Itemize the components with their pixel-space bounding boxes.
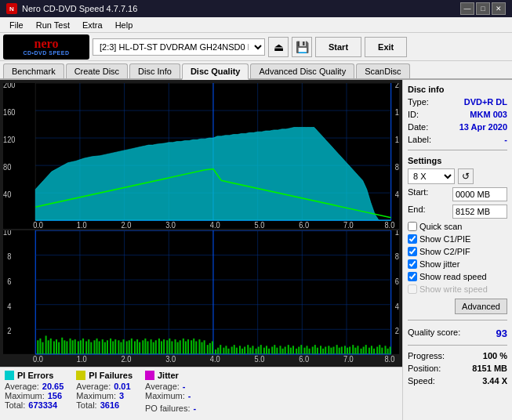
menu-file[interactable]: File xyxy=(3,19,30,31)
tab-benchmark[interactable]: Benchmark xyxy=(3,63,64,78)
pi-errors-label: PI Errors xyxy=(17,371,53,380)
svg-text:4.0: 4.0 xyxy=(210,221,220,230)
svg-rect-79 xyxy=(110,339,111,354)
pi-failures-legend: PI Failures xyxy=(76,371,133,380)
svg-text:6.0: 6.0 xyxy=(299,355,309,364)
tab-disc-quality[interactable]: Disc Quality xyxy=(182,63,249,80)
title-bar-title: Nero CD-DVD Speed 4.7.7.16 xyxy=(22,4,460,13)
disc-date-row: Date: 13 Apr 2020 xyxy=(408,122,507,132)
svg-rect-53 xyxy=(39,339,41,354)
show-c2pif-label: Show C2/PIF xyxy=(419,247,470,256)
svg-rect-86 xyxy=(129,341,130,355)
svg-rect-134 xyxy=(258,347,260,354)
svg-rect-87 xyxy=(131,339,133,354)
settings-refresh-button[interactable]: ↺ xyxy=(458,168,474,184)
svg-rect-180 xyxy=(381,348,383,354)
svg-text:4.0: 4.0 xyxy=(210,355,220,364)
app-icon: N xyxy=(6,3,17,14)
speed-label: Speed: xyxy=(408,376,435,386)
close-button[interactable]: ✕ xyxy=(492,2,506,15)
svg-rect-178 xyxy=(376,347,378,354)
svg-rect-56 xyxy=(48,341,49,355)
svg-rect-63 xyxy=(66,342,67,354)
pi-failures-total-label: Total: xyxy=(76,400,96,410)
svg-text:6: 6 xyxy=(395,277,399,287)
svg-rect-106 xyxy=(183,339,184,354)
svg-rect-121 xyxy=(223,348,224,354)
svg-rect-124 xyxy=(231,347,233,354)
svg-text:16: 16 xyxy=(395,107,399,116)
svg-text:0.0: 0.0 xyxy=(33,355,43,364)
maximize-button[interactable]: □ xyxy=(476,2,490,15)
disc-type-val: DVD+R DL xyxy=(464,97,507,107)
pi-failures-label: PI Failures xyxy=(89,371,133,380)
tabs: Benchmark Create Disc Disc Info Disc Qua… xyxy=(0,61,512,80)
show-read-speed-checkbox[interactable] xyxy=(408,272,417,281)
svg-rect-85 xyxy=(126,342,128,354)
svg-rect-95 xyxy=(153,342,154,354)
charts-and-stats: 20 16 12 8 4 200 160 120 80 40 0.0 1.0 2… xyxy=(0,80,402,420)
pi-errors-maximum-label: Maximum: xyxy=(5,391,45,400)
svg-text:3.0: 3.0 xyxy=(165,221,176,230)
jitter-average-row: Average: - xyxy=(145,382,196,391)
toolbar: nero CD•DVD SPEED [2:3] HL-DT-ST DVDRAM … xyxy=(0,33,512,61)
svg-text:7.0: 7.0 xyxy=(343,221,354,230)
svg-rect-149 xyxy=(298,347,300,354)
svg-rect-128 xyxy=(241,349,243,354)
svg-rect-165 xyxy=(341,347,343,354)
pi-errors-maximum-val: 156 xyxy=(48,391,62,400)
menu-extra[interactable]: Extra xyxy=(76,19,109,31)
svg-rect-176 xyxy=(371,346,372,355)
svg-rect-103 xyxy=(174,340,176,355)
svg-rect-131 xyxy=(249,348,251,354)
svg-rect-155 xyxy=(314,346,316,355)
disc-date-val: 13 Apr 2020 xyxy=(459,122,507,132)
svg-rect-150 xyxy=(300,346,302,355)
menu-help[interactable]: Help xyxy=(109,19,140,31)
save-button[interactable]: 💾 xyxy=(292,37,312,57)
drive-selector[interactable]: [2:3] HL-DT-ST DVDRAM GH24NSD0 LH00 xyxy=(93,38,265,56)
jitter-label: Jitter xyxy=(158,371,179,380)
svg-rect-113 xyxy=(202,342,203,354)
drive-eject-button[interactable]: ⏏ xyxy=(268,37,289,57)
quick-scan-row: Quick scan xyxy=(408,222,507,231)
show-read-speed-row: Show read speed xyxy=(408,272,507,281)
speed-selector[interactable]: 8 X xyxy=(408,168,455,184)
svg-rect-108 xyxy=(187,340,189,355)
po-failures-row: PO failures: - xyxy=(145,404,196,413)
svg-rect-182 xyxy=(387,349,389,354)
svg-rect-58 xyxy=(53,342,55,354)
tab-create-disc[interactable]: Create Disc xyxy=(66,63,128,78)
end-mb-input[interactable] xyxy=(452,205,507,219)
advanced-button[interactable]: Advanced xyxy=(455,299,507,314)
svg-rect-89 xyxy=(136,340,138,355)
start-mb-input[interactable] xyxy=(452,187,507,201)
svg-rect-72 xyxy=(90,342,92,354)
minimize-button[interactable]: — xyxy=(460,2,474,15)
svg-rect-61 xyxy=(61,338,63,354)
start-button[interactable]: Start xyxy=(315,37,361,57)
svg-rect-105 xyxy=(180,341,181,355)
svg-rect-112 xyxy=(198,340,200,355)
svg-rect-145 xyxy=(288,346,289,355)
svg-rect-125 xyxy=(234,346,235,355)
svg-text:5.0: 5.0 xyxy=(255,221,265,230)
po-failures-val: - xyxy=(193,404,196,413)
show-jitter-checkbox[interactable] xyxy=(408,259,417,269)
divider-2 xyxy=(408,320,507,320)
tab-advanced-disc-quality[interactable]: Advanced Disc Quality xyxy=(250,63,354,78)
show-c2pif-checkbox[interactable] xyxy=(408,247,417,256)
exit-button[interactable]: Exit xyxy=(365,37,407,57)
pi-failures-stats: PI Failures Average: 0.01 Maximum: 3 Tot… xyxy=(76,371,133,417)
pi-errors-maximum-row: Maximum: 156 xyxy=(5,391,64,400)
show-c1pie-row: Show C1/PIE xyxy=(408,234,507,244)
tab-disc-info[interactable]: Disc Info xyxy=(129,63,180,78)
svg-rect-76 xyxy=(102,340,103,355)
svg-text:8.0: 8.0 xyxy=(384,355,394,364)
quick-scan-label: Quick scan xyxy=(419,222,462,231)
quick-scan-checkbox[interactable] xyxy=(408,222,417,231)
show-c1pie-checkbox[interactable] xyxy=(408,234,417,244)
menu-run-test[interactable]: Run Test xyxy=(30,19,76,31)
top-chart-container: 20 16 12 8 4 200 160 120 80 40 0.0 1.0 2… xyxy=(3,83,399,229)
tab-scandisc[interactable]: ScanDisc xyxy=(356,63,409,78)
